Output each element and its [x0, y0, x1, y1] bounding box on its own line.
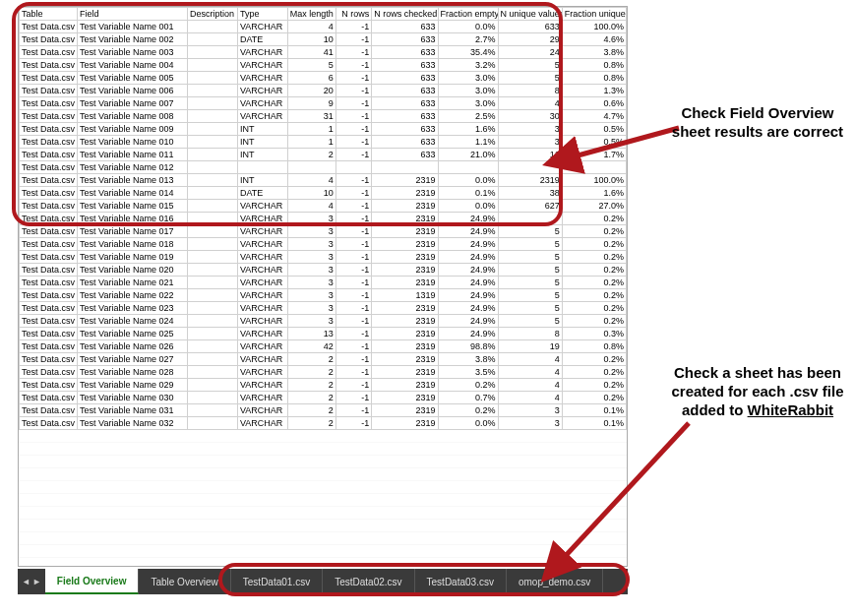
cell[interactable]: INT: [237, 136, 287, 149]
cell[interactable]: 3.0%: [438, 85, 498, 97]
cell[interactable]: -1: [336, 200, 372, 213]
cell[interactable]: [188, 315, 238, 328]
cell[interactable]: Test Variable Name 006: [78, 85, 188, 97]
table-row[interactable]: Test Data.csvTest Variable Name 001VARCH…: [20, 21, 627, 33]
table-row[interactable]: Test Data.csvTest Variable Name 032VARCH…: [20, 417, 627, 430]
cell[interactable]: Test Data.csv: [20, 136, 78, 149]
cell[interactable]: -1: [336, 289, 372, 302]
table-row[interactable]: Test Data.csvTest Variable Name 010INT1-…: [20, 136, 627, 149]
cell[interactable]: -1: [336, 238, 372, 251]
tab-nav-prev-icon[interactable]: ◄: [22, 577, 30, 586]
cell[interactable]: [188, 33, 238, 46]
cell[interactable]: 6: [287, 72, 336, 85]
cell[interactable]: 633: [372, 46, 438, 59]
cell[interactable]: 5: [498, 59, 562, 72]
table-row[interactable]: Test Data.csvTest Variable Name 006VARCH…: [20, 85, 627, 97]
cell[interactable]: 4: [498, 97, 562, 110]
table-row[interactable]: Test Data.csvTest Variable Name 002DATE1…: [20, 33, 627, 46]
cell[interactable]: 633: [372, 97, 438, 110]
cell[interactable]: -1: [336, 417, 372, 430]
cell[interactable]: Test Data.csv: [20, 213, 78, 225]
cell[interactable]: Test Data.csv: [20, 200, 78, 213]
cell[interactable]: 0.0%: [438, 174, 498, 187]
cell[interactable]: VARCHAR: [237, 238, 287, 251]
cell[interactable]: 0.2%: [562, 213, 626, 225]
cell[interactable]: 0.8%: [562, 72, 626, 85]
cell[interactable]: Test Variable Name 008: [78, 110, 188, 123]
cell[interactable]: 98.8%: [438, 340, 498, 353]
cell[interactable]: -1: [336, 110, 372, 123]
cell[interactable]: Test Data.csv: [20, 353, 78, 366]
cell[interactable]: 10: [287, 33, 336, 46]
tab-nav-next-icon[interactable]: ►: [32, 577, 41, 586]
cell[interactable]: 633: [372, 21, 438, 33]
cell[interactable]: Test Variable Name 029: [78, 379, 188, 392]
cell[interactable]: [336, 161, 372, 174]
cell[interactable]: -1: [336, 225, 372, 238]
cell[interactable]: 3.2%: [438, 59, 498, 72]
cell[interactable]: 5: [498, 238, 562, 251]
cell[interactable]: [188, 277, 238, 289]
cell[interactable]: VARCHAR: [237, 417, 287, 430]
cell[interactable]: 3: [287, 225, 336, 238]
cell[interactable]: -1: [336, 59, 372, 72]
cell[interactable]: [188, 353, 238, 366]
cell[interactable]: 29: [498, 33, 562, 46]
cell[interactable]: Test Variable Name 024: [78, 315, 188, 328]
cell[interactable]: [188, 251, 238, 264]
cell[interactable]: -1: [336, 21, 372, 33]
cell[interactable]: Test Data.csv: [20, 97, 78, 110]
cell[interactable]: 2319: [372, 328, 438, 340]
cell[interactable]: 24.9%: [438, 277, 498, 289]
cell[interactable]: Test Variable Name 023: [78, 302, 188, 315]
col-header[interactable]: Fraction empty: [438, 8, 498, 21]
cell[interactable]: 5: [498, 277, 562, 289]
table-row[interactable]: Test Data.csvTest Variable Name 031VARCH…: [20, 404, 627, 417]
cell[interactable]: Test Variable Name 032: [78, 417, 188, 430]
cell[interactable]: Test Data.csv: [20, 46, 78, 59]
sheet-tab[interactable]: TestData02.csv: [323, 569, 414, 594]
cell[interactable]: Test Variable Name 001: [78, 21, 188, 33]
cell[interactable]: Test Data.csv: [20, 59, 78, 72]
cell[interactable]: 1.6%: [438, 123, 498, 136]
cell[interactable]: 2: [287, 353, 336, 366]
cell[interactable]: VARCHAR: [237, 379, 287, 392]
cell[interactable]: 3.8%: [562, 46, 626, 59]
table-row[interactable]: Test Data.csvTest Variable Name 027VARCH…: [20, 353, 627, 366]
sheet-tab[interactable]: Table Overview: [139, 569, 230, 594]
cell[interactable]: 0.0%: [438, 417, 498, 430]
cell[interactable]: Test Variable Name 019: [78, 251, 188, 264]
cell[interactable]: -1: [336, 136, 372, 149]
col-header[interactable]: N rows checked: [372, 8, 438, 21]
cell[interactable]: 8: [498, 85, 562, 97]
cell[interactable]: 3: [287, 238, 336, 251]
cell[interactable]: 0.6%: [562, 97, 626, 110]
cell[interactable]: 5: [498, 264, 562, 277]
cell[interactable]: [237, 161, 287, 174]
cell[interactable]: DATE: [237, 187, 287, 200]
cell[interactable]: 5: [498, 72, 562, 85]
cell[interactable]: 21.0%: [438, 149, 498, 161]
cell[interactable]: 2319: [372, 366, 438, 379]
cell[interactable]: [498, 161, 562, 174]
cell[interactable]: [188, 213, 238, 225]
cell[interactable]: 24.9%: [438, 264, 498, 277]
cell[interactable]: [188, 72, 238, 85]
cell[interactable]: 2319: [372, 264, 438, 277]
cell[interactable]: -1: [336, 392, 372, 404]
cell[interactable]: [498, 213, 562, 225]
cell[interactable]: [188, 149, 238, 161]
cell[interactable]: 2319: [372, 353, 438, 366]
cell[interactable]: 3: [287, 264, 336, 277]
cell[interactable]: [372, 161, 438, 174]
cell[interactable]: INT: [237, 174, 287, 187]
cell[interactable]: -1: [336, 340, 372, 353]
cell[interactable]: 2: [287, 149, 336, 161]
cell[interactable]: 633: [372, 85, 438, 97]
cell[interactable]: 2.7%: [438, 33, 498, 46]
cell[interactable]: 42: [287, 340, 336, 353]
table-row[interactable]: Test Data.csvTest Variable Name 012: [20, 161, 627, 174]
cell[interactable]: 4: [287, 174, 336, 187]
cell[interactable]: 2: [287, 417, 336, 430]
cell[interactable]: [188, 200, 238, 213]
